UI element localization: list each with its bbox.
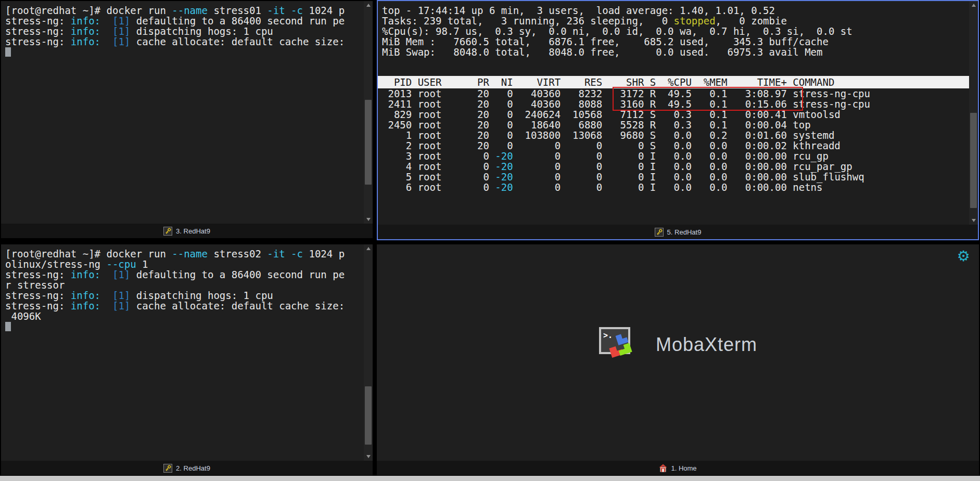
scroll-down-icon[interactable]	[364, 215, 373, 224]
terminal-output-top[interactable]: top - 17:44:14 up 6 min, 3 users, load a…	[378, 1, 969, 225]
terminal-cursor	[5, 322, 11, 331]
settings-gear-icon[interactable]	[955, 248, 972, 264]
tab-redhat9-3[interactable]: 3. RedHat9	[1, 224, 373, 238]
brand-title: MobaXterm	[656, 334, 757, 356]
scrollbar-thumb[interactable]	[365, 100, 372, 184]
scrollbar-vertical[interactable]	[364, 244, 373, 461]
terminal-line: 3 root 0 -20 0 0 0 I 0.0 0.0 0:00.00 rcu…	[378, 151, 969, 161]
scrollbar-track[interactable]	[969, 9, 978, 216]
tab-label: 2. RedHat9	[176, 464, 210, 472]
terminal-output-stress02[interactable]: [root@redhat ~]# docker run --name stres…	[1, 244, 364, 461]
key-icon	[655, 228, 664, 237]
terminal-line: 829 root 20 0 240624 10568 7112 S 0.3 0.…	[378, 109, 969, 120]
tab-redhat9-2[interactable]: 2. RedHat9	[1, 461, 373, 475]
tab-label: 5. RedHat9	[667, 228, 702, 236]
top-table-header: PID USER PR NI VIRT RES SHR S %CPU %MEM …	[378, 76, 969, 88]
terminal-line: stress-ng: info: [1] cache allocate: def…	[1, 36, 364, 47]
terminal-pane-stress01[interactable]: [root@redhat ~]# docker run --name stres…	[1, 1, 373, 238]
mobaxterm-logo: >. MobaXterm	[377, 327, 979, 363]
terminal-line: 1 root 20 0 103800 13068 9680 S 0.0 0.2 …	[378, 130, 969, 140]
tab-label: 1. Home	[671, 464, 696, 472]
terminal-line: 4 root 0 -20 0 0 0 I 0.0 0.0 0:00.00 rcu…	[378, 161, 969, 172]
top-process-rows: 2013 root 20 0 40360 8232 3172 R 49.5 0.…	[378, 88, 969, 192]
terminal-line: stress-ng: info: [1] dispatching hogs: 1…	[1, 290, 364, 301]
terminal-line: stress-ng: info: [1] defaulting to a 864…	[1, 16, 364, 26]
terminal-line: 2013 root 20 0 40360 8232 3172 R 49.5 0.…	[378, 88, 969, 99]
terminal-pane-stress02[interactable]: [root@redhat ~]# docker run --name stres…	[1, 244, 373, 475]
scrollbar-vertical[interactable]	[364, 1, 373, 224]
terminal-line: 5 root 0 -20 0 0 0 I 0.0 0.0 0:00.00 slu…	[378, 172, 969, 182]
status-bar-edge	[0, 476, 980, 481]
scroll-up-icon[interactable]	[969, 1, 978, 9]
terminal-line: [root@redhat ~]# docker run --name stres…	[1, 5, 364, 16]
scrollbar-thumb[interactable]	[365, 386, 372, 444]
terminal-line: 4096K	[1, 311, 364, 321]
home-icon	[659, 464, 667, 472]
scrollbar-track[interactable]	[364, 9, 373, 215]
terminal-line: MiB Mem : 7660.5 total, 6876.1 free, 685…	[378, 36, 969, 47]
mobaxterm-logo-icon: >.	[599, 327, 637, 363]
terminal-line: Tasks: 239 total, 3 running, 236 sleepin…	[378, 16, 969, 26]
tab-home-1[interactable]: 1. Home	[377, 461, 979, 475]
terminal-line: stress-ng: info: [1] cache allocate: def…	[1, 301, 364, 311]
top-summary: top - 17:44:14 up 6 min, 3 users, load a…	[378, 5, 969, 68]
terminal-pane-top-monitor[interactable]: top - 17:44:14 up 6 min, 3 users, load a…	[377, 0, 979, 240]
terminal-line	[1, 47, 364, 57]
key-icon	[163, 227, 172, 236]
terminal-output-stress01[interactable]: [root@redhat ~]# docker run --name stres…	[1, 1, 364, 224]
scrollbar-vertical[interactable]	[969, 1, 978, 225]
scroll-down-icon[interactable]	[364, 452, 373, 461]
home-pane[interactable]: >. MobaXterm 1. Home	[377, 244, 979, 475]
terminal-line: r stressor	[1, 280, 364, 290]
terminal-line	[378, 57, 969, 68]
terminal-line: [root@redhat ~]# docker run --name stres…	[1, 249, 364, 259]
terminal-line: MiB Swap: 8048.0 total, 8048.0 free, 0.0…	[378, 47, 969, 57]
terminal-line: stress-ng: info: [1] dispatching hogs: 1…	[1, 26, 364, 36]
tab-redhat9-5[interactable]: 5. RedHat9	[378, 225, 978, 239]
key-icon	[163, 464, 172, 473]
scrollbar-track[interactable]	[364, 253, 373, 452]
terminal-line	[1, 321, 364, 332]
terminal-line: 2450 root 20 0 18640 6880 5528 R 0.3 0.1…	[378, 120, 969, 130]
terminal-line: 2411 root 20 0 40360 8088 3160 R 49.5 0.…	[378, 99, 969, 109]
scroll-up-icon[interactable]	[364, 244, 373, 253]
scroll-down-icon[interactable]	[969, 216, 978, 225]
terminal-cursor	[5, 47, 11, 57]
svg-text:>.: >.	[603, 331, 613, 340]
tab-label: 3. RedHat9	[176, 227, 210, 235]
scrollbar-thumb[interactable]	[970, 113, 977, 208]
terminal-line: 2 root 20 0 0 0 0 S 0.0 0.0 0:00.02 kthr…	[378, 140, 969, 151]
terminal-line: %Cpu(s): 98.7 us, 0.3 sy, 0.0 ni, 0.0 id…	[378, 26, 969, 36]
terminal-line: top - 17:44:14 up 6 min, 3 users, load a…	[378, 5, 969, 16]
mobaxterm-window: { "colors": { "terminal_bg": "#1f1f1f", …	[0, 0, 980, 481]
terminal-line: olinux/stress-ng --cpu 1	[1, 259, 364, 269]
scroll-up-icon[interactable]	[364, 1, 373, 9]
terminal-line: stress-ng: info: [1] defaulting to a 864…	[1, 269, 364, 280]
terminal-line: 6 root 0 -20 0 0 0 I 0.0 0.0 0:00.00 net…	[378, 182, 969, 192]
